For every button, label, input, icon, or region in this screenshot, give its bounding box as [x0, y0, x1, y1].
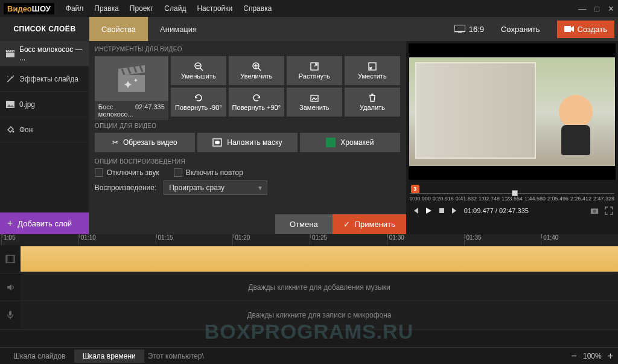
tab-properties[interactable]: Свойства — [89, 17, 148, 41]
layer-item-effects[interactable]: Эффекты слайда — [0, 66, 89, 92]
mask-icon — [212, 138, 222, 147]
menu-settings[interactable]: Настройки — [191, 2, 238, 15]
minimize-icon[interactable]: — — [578, 4, 586, 13]
track-icons — [0, 245, 21, 330]
svg-point-4 — [13, 75, 14, 77]
title-bar: ВидеоШОУ Файл Правка Проект Слайд Настро… — [0, 0, 618, 17]
main-menu: Файл Правка Проект Слайд Настройки Справ… — [60, 2, 278, 15]
create-button[interactable]: Создать — [557, 21, 614, 38]
video-track-icon[interactable] — [0, 245, 21, 273]
image-icon — [6, 101, 14, 108]
add-layer-label: Добавить слой — [18, 219, 72, 228]
tab-slide-scale[interactable]: Шкала слайдов — [5, 350, 74, 363]
layer-item-background[interactable]: Фон — [0, 117, 89, 142]
video-track[interactable] — [21, 245, 618, 273]
delete-button[interactable]: Удалить — [345, 88, 400, 117]
svg-line-10 — [200, 68, 203, 71]
preview-ruler[interactable]: 3 0:00.0000:20.9160:41.8321:02.7481:23.6… — [410, 184, 614, 202]
create-label: Создать — [578, 25, 607, 34]
svg-line-13 — [258, 68, 261, 71]
section-opts-label: ОПЦИИ ДЛЯ ВИДЕО — [95, 123, 400, 129]
ruler-marker[interactable]: 3 — [411, 185, 419, 193]
wand-icon — [6, 75, 14, 83]
add-layer-button[interactable]: + Добавить слой — [0, 212, 89, 234]
monitor-icon — [454, 25, 465, 33]
layers-panel: Босс молокосос — ... Эффекты слайда 0.jp… — [0, 41, 89, 234]
tab-animation[interactable]: Анимация — [148, 17, 209, 41]
zoom-in-icon[interactable]: + — [608, 351, 613, 362]
svg-rect-1 — [457, 33, 462, 33]
next-icon[interactable] — [451, 206, 459, 215]
timeline: 1:05 01:10 01:15 01:20 01:25 01:30 01:35… — [0, 234, 618, 331]
zoom-out-icon[interactable]: − — [572, 351, 577, 362]
replace-button[interactable]: Заменить — [287, 88, 342, 117]
layer-label: 0.jpg — [19, 100, 35, 109]
mic-track[interactable]: Дважды кликните для записи с микрофона — [21, 301, 618, 330]
svg-point-20 — [215, 141, 220, 144]
ruler-labels: 0:00.0000:20.9160:41.8321:02.7481:23.664… — [410, 196, 614, 202]
menu-help[interactable]: Справка — [238, 2, 277, 15]
menu-edit[interactable]: Правка — [89, 2, 124, 15]
zoom-value: 100% — [583, 352, 602, 360]
mask-button[interactable]: Наложить маску — [197, 133, 298, 152]
zoom-in-button[interactable]: Увеличить — [229, 56, 284, 85]
layer-label: Босс молокосос — ... — [19, 45, 83, 62]
mic-track-icon[interactable] — [0, 301, 21, 330]
cancel-button[interactable]: Отмена — [275, 214, 333, 234]
maximize-icon[interactable]: □ — [594, 4, 599, 13]
aspect-label: 16:9 — [469, 25, 484, 34]
play-icon[interactable] — [424, 206, 433, 215]
video-clip[interactable] — [21, 246, 618, 272]
zoom-controls: − 100% + — [572, 351, 613, 362]
stop-icon[interactable] — [438, 206, 446, 215]
menu-slide[interactable]: Слайд — [159, 2, 191, 15]
chromakey-button[interactable]: Хромакей — [300, 133, 400, 152]
menu-file[interactable]: Файл — [60, 2, 89, 15]
svg-point-7 — [13, 130, 14, 132]
thumb-name: Босс молокосо... — [98, 103, 135, 118]
loop-checkbox[interactable]: Включить повтор — [174, 168, 243, 177]
zoom-out-button[interactable]: Уменьшить — [171, 56, 226, 85]
fit-button[interactable]: Уместить — [345, 56, 400, 85]
crop-button[interactable]: ✂Обрезать видео — [95, 133, 195, 152]
scissors-icon: ✂ — [112, 138, 118, 147]
apply-button[interactable]: ✓Применить — [333, 214, 406, 234]
layer-item-video[interactable]: Босс молокосос — ... — [0, 41, 89, 66]
svg-point-5 — [7, 76, 8, 77]
bottom-bar: Шкала слайдов Шкала времени Этот компьют… — [0, 347, 618, 364]
layer-item-image[interactable]: 0.jpg — [0, 92, 89, 117]
playback-label: Воспроизведение: — [95, 184, 156, 192]
main-area: Босс молокосос — ... Эффекты слайда 0.jp… — [0, 41, 618, 234]
menu-project[interactable]: Проект — [124, 2, 159, 15]
rotate-ccw-button[interactable]: Повернуть -90° — [171, 88, 226, 117]
playback-select[interactable]: Проиграть сразу — [164, 180, 267, 195]
stretch-button[interactable]: Растянуть — [287, 56, 342, 85]
tab-time-scale[interactable]: Шкала времени — [74, 350, 144, 363]
mute-checkbox[interactable]: Отключить звук — [95, 168, 159, 177]
svg-rect-3 — [6, 53, 14, 57]
video-thumbnail: Босс молокосо... 02:47.335 — [95, 56, 168, 120]
preview-panel: 3 0:00.0000:20.9160:41.8321:02.7481:23.6… — [406, 41, 618, 234]
rotate-cw-button[interactable]: Повернуть +90° — [229, 88, 284, 117]
svg-rect-27 — [9, 311, 11, 316]
time-display: 01:09.477 / 02:47.335 — [464, 207, 529, 214]
layers-title: СПИСОК СЛОЁВ — [0, 17, 89, 41]
prev-icon[interactable] — [411, 206, 419, 215]
music-track[interactable]: Дважды кликните для добавления музыки — [21, 273, 618, 302]
audio-track-icon[interactable] — [0, 273, 21, 302]
preview-screen[interactable] — [409, 43, 616, 180]
chroma-swatch — [326, 138, 336, 147]
close-icon[interactable]: ✕ — [608, 4, 614, 13]
svg-rect-25 — [6, 255, 8, 263]
path-display: Этот компьютер\ — [148, 352, 204, 360]
timeline-ruler[interactable]: 1:05 01:10 01:15 01:20 01:25 01:30 01:35… — [0, 234, 618, 245]
video-icon — [564, 25, 574, 33]
aspect-ratio[interactable]: 16:9 — [454, 25, 484, 34]
save-button[interactable]: Сохранить — [492, 21, 549, 37]
svg-rect-0 — [454, 25, 465, 31]
fullscreen-icon[interactable] — [605, 206, 613, 215]
camera-icon[interactable] — [590, 206, 599, 215]
plus-icon: + — [7, 218, 13, 229]
layer-label: Фон — [19, 126, 33, 134]
app-logo: ВидеоШОУ — [4, 3, 54, 14]
